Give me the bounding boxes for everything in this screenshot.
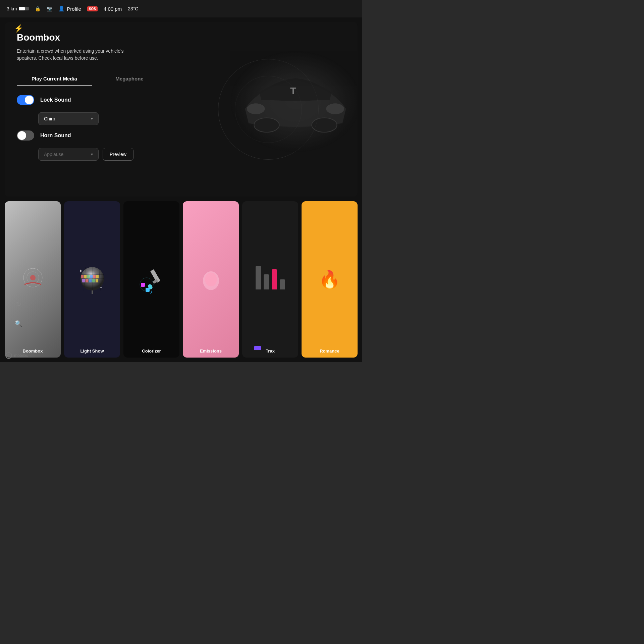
lightning-icon: ⚡ bbox=[14, 24, 23, 33]
profile-button[interactable]: 👤 Profile bbox=[58, 6, 81, 12]
tile-emissions[interactable]: Emissions bbox=[183, 201, 239, 358]
svg-rect-34 bbox=[141, 283, 145, 287]
svg-point-2 bbox=[247, 103, 265, 114]
fire-icon: 🔥 bbox=[319, 269, 340, 290]
status-temp: 23°C bbox=[128, 6, 138, 11]
mobilox-circle-icon: © bbox=[5, 352, 12, 359]
lock-sound-dropdown-row: Chirp ▾ bbox=[17, 112, 167, 125]
romance-tile-visual: 🔥 bbox=[302, 201, 358, 358]
svg-rect-28 bbox=[96, 279, 98, 282]
svg-point-4 bbox=[254, 118, 279, 132]
lock-sound-dropdown[interactable]: Chirp ▾ bbox=[38, 112, 99, 125]
distance-display: 3 km bbox=[7, 6, 29, 11]
colorizer-tile-visual bbox=[123, 201, 179, 358]
svg-rect-35 bbox=[146, 288, 150, 292]
lock-sound-row: Lock Sound bbox=[17, 95, 167, 105]
svg-rect-29 bbox=[92, 290, 93, 294]
trax-bar-4 bbox=[280, 279, 285, 289]
svg-text:T: T bbox=[290, 85, 297, 96]
tile-romance[interactable]: 🔥 Romance bbox=[302, 201, 358, 358]
svg-text:✦: ✦ bbox=[100, 286, 102, 289]
tile-colorizer[interactable]: Colorizer bbox=[123, 201, 179, 358]
svg-rect-25 bbox=[86, 279, 88, 282]
status-time: 4:00 pm bbox=[104, 6, 122, 12]
tile-romance-label: Romance bbox=[302, 348, 358, 354]
horn-sound-label: Horn Sound bbox=[40, 132, 71, 139]
svg-rect-22 bbox=[93, 275, 96, 278]
tab-megaphone[interactable]: Megaphone bbox=[92, 72, 167, 86]
svg-point-3 bbox=[326, 103, 344, 114]
lock-sound-label: Lock Sound bbox=[40, 97, 71, 103]
distance-value: 3 km bbox=[7, 6, 17, 11]
battery-bar bbox=[19, 7, 29, 10]
svg-rect-23 bbox=[96, 275, 99, 278]
boombox-panel: Boombox Entertain a crowd when parked us… bbox=[5, 22, 358, 197]
trax-bar-1 bbox=[256, 266, 261, 289]
battery-fill bbox=[19, 7, 25, 10]
search-icon[interactable]: 🔍 bbox=[12, 317, 25, 330]
preview-button[interactable]: Preview bbox=[103, 148, 133, 161]
svg-text:✦: ✦ bbox=[79, 268, 83, 274]
app-tiles: Boombox bbox=[0, 197, 362, 362]
boombox-car-area: T bbox=[179, 22, 358, 197]
sos-badge[interactable]: SOS bbox=[87, 6, 98, 11]
mobilox-branding: © mobilox bbox=[5, 352, 28, 359]
lock-sound-value: Chirp bbox=[44, 116, 55, 121]
svg-rect-18 bbox=[81, 275, 84, 278]
chevron-down-horn-icon: ▾ bbox=[91, 152, 93, 157]
refresh-icon[interactable]: ↻ bbox=[13, 298, 24, 311]
svg-rect-26 bbox=[89, 279, 92, 282]
camera-icon: 📷 bbox=[47, 6, 52, 11]
horn-sound-dropdown-row: Applause ▾ Preview bbox=[17, 148, 167, 161]
profile-person-icon: 👤 bbox=[58, 6, 65, 12]
horn-sound-row: Horn Sound bbox=[17, 130, 167, 141]
trax-bar-2 bbox=[264, 274, 269, 289]
svg-rect-19 bbox=[84, 275, 87, 278]
svg-point-5 bbox=[312, 118, 337, 132]
horn-sound-dropdown[interactable]: Applause ▾ bbox=[38, 148, 99, 161]
tile-emissions-label: Emissions bbox=[183, 348, 239, 354]
mobilox-label: mobilox bbox=[14, 353, 28, 358]
tile-lightshow[interactable]: ✦ ✦ Light Show bbox=[64, 201, 120, 358]
horn-sound-value: Applause bbox=[44, 152, 63, 157]
svg-rect-20 bbox=[87, 275, 90, 278]
profile-label: Profile bbox=[67, 6, 81, 12]
tile-colorizer-label: Colorizer bbox=[123, 348, 179, 354]
chevron-down-icon: ▾ bbox=[91, 116, 93, 121]
mode-tabs: Play Current Media Megaphone bbox=[17, 72, 167, 86]
trax-tile-visual bbox=[242, 201, 298, 358]
boombox-title: Boombox bbox=[17, 32, 167, 43]
left-sidebar: ⚡ ↻ 🔍 bbox=[0, 17, 37, 337]
svg-point-37 bbox=[205, 272, 217, 286]
tile-trax[interactable]: Trax bbox=[242, 201, 298, 358]
lightshow-tile-visual: ✦ ✦ bbox=[64, 201, 120, 358]
lock-icon: 🔒 bbox=[35, 6, 41, 11]
trax-bars bbox=[252, 266, 288, 293]
tile-lightshow-label: Light Show bbox=[64, 348, 120, 354]
svg-rect-24 bbox=[82, 279, 85, 282]
status-bar: 3 km 🔒 📷 👤 Profile SOS 4:00 pm 23°C bbox=[0, 0, 362, 17]
tile-trax-label: Trax bbox=[242, 348, 298, 354]
svg-rect-21 bbox=[90, 275, 93, 278]
emissions-tile-visual bbox=[183, 201, 239, 358]
main-area: Boombox Entertain a crowd when parked us… bbox=[0, 17, 362, 362]
svg-rect-27 bbox=[92, 279, 95, 282]
trax-bar-3 bbox=[272, 269, 277, 289]
